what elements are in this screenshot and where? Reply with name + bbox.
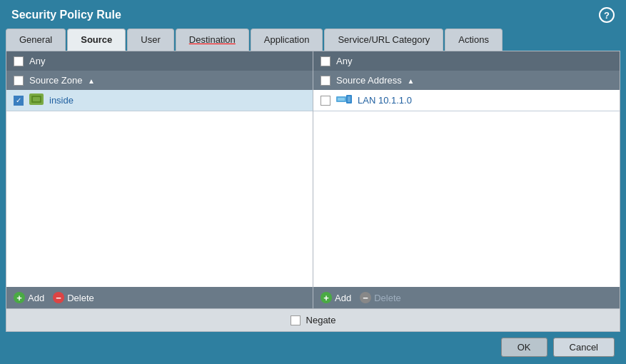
negate-row: Negate <box>6 308 620 331</box>
source-address-col-checkbox[interactable] <box>320 76 330 86</box>
source-zone-add-label: Add <box>28 293 44 303</box>
source-address-body: LAN 10.1.1.0 <box>313 90 620 287</box>
sort-arrow-addr: ▲ <box>407 77 414 85</box>
source-address-add-label: Add <box>335 293 351 303</box>
source-zone-delete-label: Delete <box>67 293 94 303</box>
source-address-any-header: Any <box>313 51 620 71</box>
source-zone-add-btn[interactable]: + Add <box>14 292 44 303</box>
source-address-delete-label: Delete <box>374 293 401 303</box>
bottom-bar: OK Cancel <box>0 332 626 364</box>
ok-button[interactable]: OK <box>501 338 547 357</box>
source-zone-any-checkbox[interactable] <box>14 56 24 66</box>
source-address-add-btn[interactable]: + Add <box>320 292 351 303</box>
negate-label: Negate <box>306 315 336 325</box>
source-address-row-lan[interactable]: LAN 10.1.1.0 <box>313 90 620 111</box>
source-zone-col-label: Source Zone ▲ <box>29 75 95 86</box>
tab-user[interactable]: User <box>127 29 173 51</box>
svg-rect-4 <box>338 98 345 101</box>
source-zone-col-checkbox[interactable] <box>14 76 24 86</box>
title-bar: Security Policy Rule ? <box>0 0 626 29</box>
source-address-footer: + Add − Delete <box>313 287 620 308</box>
source-zone-delete-btn[interactable]: − Delete <box>53 292 94 303</box>
panels-row: Any Source Zone ▲ <box>6 51 620 308</box>
source-zone-footer: + Add − Delete <box>6 287 313 308</box>
svg-rect-2 <box>33 97 40 101</box>
help-icon[interactable]: ? <box>599 7 615 23</box>
source-address-col-label: Source Address ▲ <box>336 75 414 86</box>
dialog: Security Policy Rule ? General Source Us… <box>0 0 626 364</box>
delete-icon-addr: − <box>360 292 371 303</box>
lan-checkbox[interactable] <box>320 96 330 106</box>
source-zone-col-header: Source Zone ▲ <box>6 71 313 90</box>
tab-source[interactable]: Source <box>67 29 126 51</box>
add-icon-addr: + <box>320 292 332 303</box>
source-zone-body: inside <box>6 90 313 287</box>
inside-checkbox[interactable] <box>14 96 24 106</box>
add-icon-zone: + <box>14 292 25 303</box>
source-address-any-label: Any <box>336 56 352 66</box>
tab-destination[interactable]: Destination <box>176 29 249 51</box>
cancel-button[interactable]: Cancel <box>553 338 615 357</box>
source-address-col-header: Source Address ▲ <box>313 71 620 90</box>
inside-label[interactable]: inside <box>49 95 74 106</box>
lan-label[interactable]: LAN 10.1.1.0 <box>358 95 412 106</box>
source-address-any-checkbox[interactable] <box>320 56 330 66</box>
source-zone-row-inside[interactable]: inside <box>6 90 313 111</box>
tab-application[interactable]: Application <box>251 29 323 51</box>
svg-rect-6 <box>348 96 350 102</box>
sort-arrow-zone: ▲ <box>88 77 95 85</box>
zone-icon <box>29 93 44 107</box>
source-zone-any-header: Any <box>6 51 313 71</box>
source-zone-any-label: Any <box>29 56 45 66</box>
source-address-panel: Any Source Address ▲ <box>313 51 620 308</box>
tab-actions[interactable]: Actions <box>445 29 503 51</box>
dialog-title: Security Policy Rule <box>11 9 121 21</box>
tabs-bar: General Source User Destination Applicat… <box>0 29 626 51</box>
source-address-delete-btn[interactable]: − Delete <box>360 292 401 303</box>
tab-service-url[interactable]: Service/URL Category <box>324 29 443 51</box>
tab-general[interactable]: General <box>6 29 66 51</box>
network-icon <box>336 93 352 107</box>
negate-checkbox[interactable] <box>291 315 301 325</box>
delete-icon-zone: − <box>53 292 64 303</box>
source-zone-panel: Any Source Zone ▲ <box>6 51 313 308</box>
main-content: Any Source Zone ▲ <box>6 51 620 332</box>
